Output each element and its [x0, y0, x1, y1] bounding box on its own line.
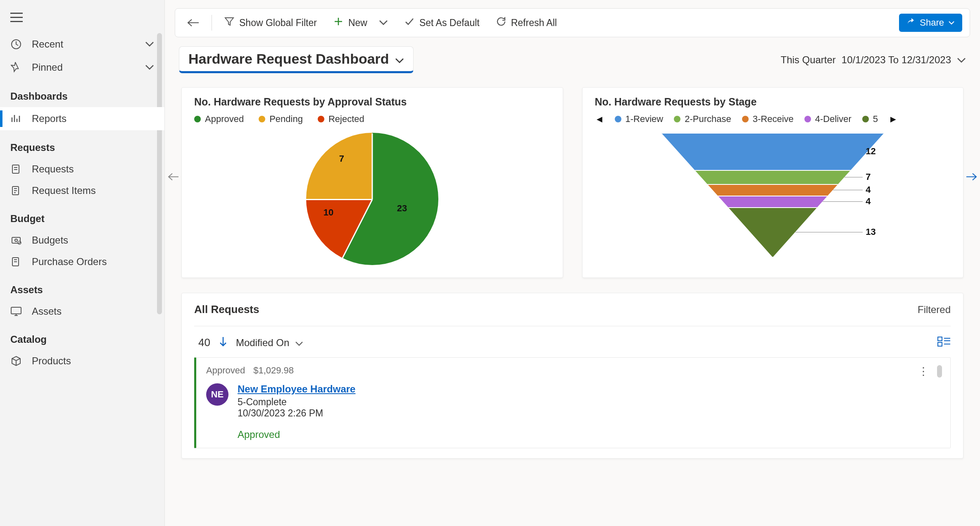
new-button[interactable]: New [329, 14, 392, 31]
refresh-icon [496, 17, 506, 29]
item-date: 10/30/2023 2:26 PM [238, 408, 355, 419]
sidebar-item-budgets[interactable]: Budgets [0, 230, 164, 251]
section-catalog: Catalog [0, 322, 164, 350]
title-row: Hardware Request Dashboard This Quarter … [165, 37, 980, 77]
more-icon[interactable]: ⋮ [918, 369, 929, 373]
sort-direction-icon[interactable] [219, 336, 228, 349]
item-stage: 5-Complete [238, 397, 355, 408]
back-button[interactable] [183, 16, 203, 29]
sidebar-item-request-items[interactable]: Request Items [0, 180, 164, 201]
item-amount: $1,029.98 [253, 365, 294, 376]
cmd-label: Show Global Filter [239, 17, 317, 29]
funnel-segment [661, 133, 884, 170]
funnel-segment [707, 184, 838, 196]
divider [212, 15, 212, 31]
list-scrollbar[interactable] [937, 365, 942, 378]
clock-icon [10, 38, 22, 50]
refresh-all-button[interactable]: Refresh All [492, 14, 561, 31]
legend-pending[interactable]: Pending [259, 114, 303, 124]
requests-header: All Requests Filtered [194, 303, 951, 326]
nav-pinned[interactable]: Pinned [0, 56, 164, 79]
dot-icon [674, 116, 680, 122]
charts-scroll-left[interactable] [167, 172, 180, 183]
sidebar-item-products[interactable]: Products [0, 350, 164, 372]
legend-receive[interactable]: 3-Receive [742, 114, 794, 124]
funnel-segment [695, 170, 851, 184]
legend-review[interactable]: 1-Review [615, 114, 664, 124]
svg-rect-3 [12, 237, 20, 243]
legend-rejected[interactable]: Rejected [318, 114, 364, 124]
sidebar-item-label: Purchase Orders [32, 256, 107, 268]
funnel-value: 7 [866, 172, 871, 182]
sidebar-item-label: Request Items [32, 185, 96, 196]
section-budget: Budget [0, 201, 164, 230]
sidebar-item-label: Requests [32, 163, 74, 175]
pie-value: 10 [323, 207, 333, 218]
legend-purchase[interactable]: 2-Purchase [674, 114, 731, 124]
request-items-icon [10, 185, 22, 196]
dot-icon [318, 116, 324, 122]
chevron-down-icon [379, 20, 388, 26]
share-label: Share [920, 17, 944, 28]
purchase-orders-icon [10, 256, 22, 268]
list-item[interactable]: ⋮ Approved $1,029.98 NE New Employee Har… [194, 357, 951, 448]
filter-icon [224, 17, 234, 29]
item-status-top: Approved [206, 365, 245, 376]
dot-icon [615, 116, 621, 122]
timeframe-selector[interactable]: This Quarter 10/1/2023 To 12/31/2023 [780, 54, 966, 66]
timeframe-label: This Quarter [780, 54, 835, 66]
pin-icon [10, 62, 22, 73]
legend-approved[interactable]: Approved [194, 114, 244, 124]
dot-icon [862, 116, 869, 122]
funnel-chart[interactable]: 1274413 [595, 129, 951, 269]
dot-icon [804, 116, 811, 122]
sidebar-item-reports[interactable]: Reports [0, 107, 164, 130]
funnel-value: 4 [866, 184, 871, 195]
sort-field-label: Modified On [236, 337, 289, 349]
plus-icon [333, 17, 343, 29]
charts-scroll-right[interactable] [965, 172, 978, 183]
svg-point-4 [15, 239, 17, 241]
legend-scroll-left[interactable]: ◀ [595, 115, 604, 124]
section-requests: Requests [0, 130, 164, 158]
view-toggle-button[interactable] [937, 337, 951, 349]
legend-deliver[interactable]: 4-Deliver [804, 114, 852, 124]
chevron-down-icon [948, 17, 955, 28]
funnel-segment [718, 196, 828, 207]
share-button[interactable]: Share [899, 14, 962, 32]
cmd-label: Set As Default [419, 17, 480, 29]
sidebar-item-label: Reports [32, 113, 67, 124]
sort-field-selector[interactable]: Modified On [236, 337, 303, 349]
budgets-icon [10, 234, 22, 246]
svg-rect-9 [938, 342, 942, 346]
cmd-label: Refresh All [511, 17, 557, 29]
chevron-down-icon [295, 337, 303, 349]
sidebar-item-purchase-orders[interactable]: Purchase Orders [0, 251, 164, 273]
sidebar-item-assets[interactable]: Assets [0, 301, 164, 322]
legend-overflow[interactable]: 5 [862, 114, 878, 124]
filtered-label: Filtered [918, 304, 951, 316]
show-global-filter-button[interactable]: Show Global Filter [220, 14, 321, 31]
sidebar-scrollbar[interactable] [157, 33, 162, 314]
dashboard-title-selector[interactable]: Hardware Request Dashboard [179, 46, 414, 73]
sidebar-item-requests[interactable]: Requests [0, 158, 164, 180]
sidebar-item-label: Assets [32, 306, 62, 317]
requests-heading: All Requests [194, 303, 259, 316]
nav-recent-label: Recent [32, 38, 63, 50]
card-title: No. Hardware Requests by Approval Status [194, 96, 550, 108]
svg-rect-8 [938, 337, 942, 341]
share-icon [906, 17, 916, 29]
set-as-default-button[interactable]: Set As Default [400, 14, 484, 31]
pie-chart[interactable]: 23710 [194, 129, 550, 269]
hamburger-button[interactable] [0, 8, 164, 33]
sidebar-item-label: Budgets [32, 234, 68, 246]
legend-scroll-right[interactable]: ▶ [889, 115, 898, 124]
main-content: Show Global Filter New Set As Default Re… [165, 0, 980, 526]
timeframe-range: 10/1/2023 To 12/31/2023 [842, 54, 951, 66]
requests-icon [10, 163, 22, 175]
card-approval-status: No. Hardware Requests by Approval Status… [181, 87, 563, 278]
nav-recent[interactable]: Recent [0, 33, 164, 56]
item-link[interactable]: New Employee Hardware [238, 383, 355, 394]
section-dashboards: Dashboards [0, 79, 164, 107]
chevron-down-icon [145, 41, 154, 47]
